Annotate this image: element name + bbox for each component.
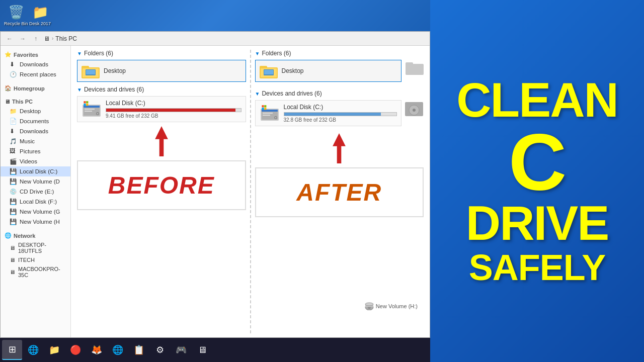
before-desktop-folder[interactable]: Desktop xyxy=(77,60,246,82)
this-pc-section: 🖥 This PC 📁 Desktop 📄 Documents ⬇ Downlo… xyxy=(1,95,70,229)
after-label-box: AFTER xyxy=(255,167,424,217)
after-arrow xyxy=(255,133,424,163)
sidebar-item-vol-d[interactable]: 💾 New Volume (D xyxy=(1,176,70,187)
after-folders-title: ▼ Folders (6) xyxy=(255,50,424,57)
svg-rect-14 xyxy=(84,104,86,106)
cd-e-icon: 💿 xyxy=(10,188,17,195)
sidebar-item-vol-g[interactable]: 💾 New Volume (G xyxy=(1,207,70,217)
explorer-body: ⭐ Favorites ⬇ Downloads 🕐 Recent places … xyxy=(1,46,430,337)
breadcrumb-this-pc: This PC xyxy=(55,35,77,42)
svg-rect-33 xyxy=(262,108,264,110)
sidebar-item-pictures[interactable]: 🖼 Pictures xyxy=(1,146,70,156)
up-button[interactable]: ↑ xyxy=(31,34,41,44)
svg-rect-12 xyxy=(84,101,86,103)
sidebar-item-videos[interactable]: 🎬 Videos xyxy=(1,156,70,166)
before-drive-bar-container xyxy=(106,108,242,112)
comparison-area: ▼ Folders (6) xyxy=(77,50,424,333)
sidebar-item-downloads[interactable]: ⬇ Downloads xyxy=(1,59,70,69)
sidebar-item-recent[interactable]: 🕐 Recent places xyxy=(1,69,70,79)
explorer-window: ← → ↑ 🖥 › This PC ⭐ Favorites ⬇ xyxy=(0,31,430,338)
svg-point-42 xyxy=(365,303,373,306)
desk2017-icon[interactable]: 📁 Desk 2017 xyxy=(29,4,51,26)
sidebar: ⭐ Favorites ⬇ Downloads 🕐 Recent places … xyxy=(1,46,71,337)
after-drive-c[interactable]: Local Disk (C:) 32.8 GB free of 232 GB xyxy=(255,100,402,126)
taskbar-task2[interactable]: 📋 xyxy=(129,340,149,360)
videos-icon: 🎬 xyxy=(10,158,17,165)
after-drive-bar xyxy=(284,113,381,116)
svg-rect-26 xyxy=(262,110,278,112)
title-safely: SAFELY xyxy=(456,249,618,287)
taskbar-start[interactable]: ⊞ xyxy=(2,340,22,360)
sidebar-item-documents[interactable]: 📄 Documents xyxy=(1,116,70,126)
before-devices-title: ▼ Devices and drives (6) xyxy=(77,86,246,93)
recent-icon: 🕐 xyxy=(10,71,17,78)
svg-marker-16 xyxy=(155,126,168,156)
after-drive-info: Local Disk (C:) 32.8 GB free of 232 GB xyxy=(284,104,397,123)
title-c: C xyxy=(456,126,618,198)
before-drive-bar xyxy=(106,109,235,112)
before-drive-icon xyxy=(82,101,102,118)
sidebar-item-vol-h[interactable]: 💾 New Volume (H xyxy=(1,217,70,227)
network-item-itech[interactable]: 🖥 ITECH xyxy=(1,255,70,264)
before-folder-icon xyxy=(82,63,100,78)
svg-rect-31 xyxy=(262,105,264,107)
svg-point-28 xyxy=(275,117,276,118)
before-arrow xyxy=(77,126,246,156)
sidebar-item-downloads2[interactable]: ⬇ Downloads xyxy=(1,126,70,136)
taskbar-ie[interactable]: 🌐 xyxy=(23,340,43,360)
network-item-macbook[interactable]: 🖥 MACBOOKPRO-35C xyxy=(1,264,70,280)
explorer-titlebar: ← → ↑ 🖥 › This PC xyxy=(1,32,430,46)
vol-g-icon: 💾 xyxy=(10,208,17,215)
homegroup-header[interactable]: 🏠 Homegroup xyxy=(1,83,70,93)
before-drive-info: Local Disk (C:) 9.41 GB free of 232 GB xyxy=(106,100,242,119)
taskbar-settings[interactable]: ⚙ xyxy=(150,340,170,360)
svg-rect-15 xyxy=(86,104,88,106)
svg-rect-13 xyxy=(86,101,88,103)
taskbar-opera[interactable]: 🔴 xyxy=(65,340,86,360)
music-icon: 🎵 xyxy=(10,138,17,145)
forward-button[interactable]: → xyxy=(18,34,28,44)
svg-marker-38 xyxy=(333,133,346,163)
this-pc-header[interactable]: 🖥 This PC xyxy=(1,97,70,106)
taskbar-app1[interactable]: 🎮 xyxy=(171,340,191,360)
title-text-block: CLEAN C DRIVE SAFELY xyxy=(456,75,618,287)
favorites-header: ⭐ Favorites xyxy=(1,50,70,59)
back-button[interactable]: ← xyxy=(5,34,15,44)
after-extra-drive xyxy=(405,100,424,120)
vol-h-icon: 💾 xyxy=(10,218,17,225)
title-drive: DRIVE xyxy=(456,198,618,249)
before-drive-c[interactable]: Local Disk (C:) 9.41 GB free of 232 GB xyxy=(77,96,246,122)
address-bar: 🖥 › This PC xyxy=(44,35,77,42)
sidebar-item-music[interactable]: 🎵 Music xyxy=(1,136,70,146)
svg-rect-11 xyxy=(85,111,92,112)
sidebar-item-cd-e[interactable]: 💿 CD Drive (E:) xyxy=(1,187,70,197)
vol-d-icon: 💾 xyxy=(10,178,17,185)
sidebar-item-local-c[interactable]: 💾 Local Disk (C:) xyxy=(1,166,70,176)
taskbar-explorer[interactable]: 📁 xyxy=(44,340,64,360)
svg-rect-10 xyxy=(85,109,95,110)
main-content: ▼ Folders (6) xyxy=(71,46,430,337)
after-desktop-folder[interactable]: Desktop xyxy=(255,60,402,82)
taskbar-firefox[interactable]: 🦊 xyxy=(87,340,107,360)
favorites-section: ⭐ Favorites ⬇ Downloads 🕐 Recent places xyxy=(1,48,70,81)
pictures-icon: 🖼 xyxy=(10,148,17,155)
network-section: 🌐 Network 🖥 DESKTOP-18UTFLS 🖥 ITECH 🖥 MA… xyxy=(1,229,70,282)
network-header[interactable]: 🌐 Network xyxy=(1,231,70,240)
taskbar-chrome[interactable]: 🌐 xyxy=(108,340,128,360)
sidebar-item-local-f[interactable]: 💾 Local Disk (F:) xyxy=(1,197,70,207)
svg-rect-30 xyxy=(263,115,270,116)
downloads2-icon: ⬇ xyxy=(10,128,17,135)
local-disk-c-icon: 💾 xyxy=(10,168,17,175)
network-item-desktop18[interactable]: 🖥 DESKTOP-18UTFLS xyxy=(1,240,70,255)
bottom-volume-label: New Volume (H:) xyxy=(363,301,420,311)
local-f-icon: 💾 xyxy=(10,198,17,205)
after-drive-icon xyxy=(260,105,280,122)
after-devices-title: ▼ Devices and drives (6) xyxy=(255,90,424,97)
svg-rect-32 xyxy=(264,105,266,107)
recycle-bin-icon[interactable]: 🗑️ Recycle Bin xyxy=(4,4,28,26)
documents-icon: 📄 xyxy=(10,118,17,125)
svg-rect-21 xyxy=(264,70,273,74)
taskbar-app2[interactable]: 🖥 xyxy=(192,340,212,360)
sidebar-item-desktop[interactable]: 📁 Desktop xyxy=(1,106,70,116)
after-drive-bar-container xyxy=(284,112,397,116)
